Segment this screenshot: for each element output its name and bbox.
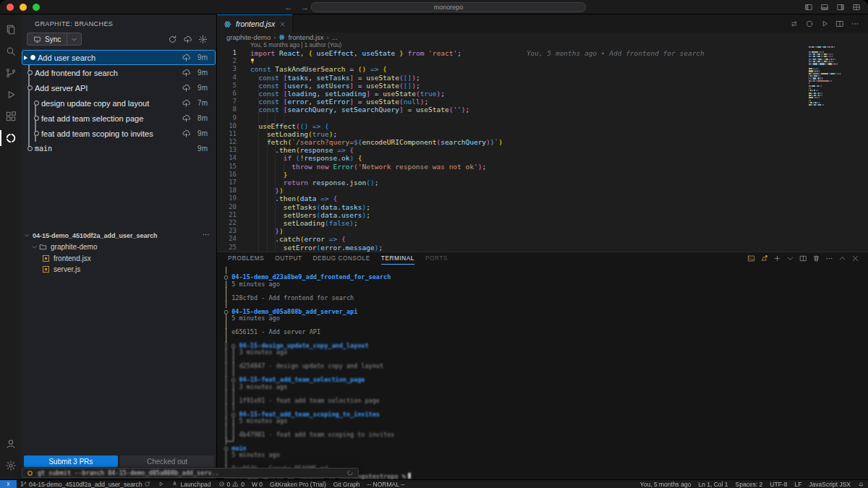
branch-row[interactable]: feat add team selection page8m — [22, 111, 216, 126]
file-tree-item-graphite-demo[interactable]: graphite-demo — [21, 241, 216, 253]
cloud-upload-icon[interactable] — [181, 68, 192, 77]
close-window-button[interactable] — [7, 4, 14, 11]
status-item-launchpad[interactable]: Launchpad — [168, 480, 214, 488]
cloud-upload-icon[interactable] — [181, 129, 192, 138]
close-tab-icon[interactable] — [279, 17, 286, 30]
activity-bar-item-settings[interactable] — [0, 455, 21, 476]
code-line: 4 const [tasks, setTasks] = useState([])… — [217, 74, 868, 82]
branch-row[interactable]: feat add team scoping to invites9m — [22, 126, 216, 141]
activity-bar-item-source-control[interactable] — [0, 62, 21, 84]
activity-bar-item-accounts[interactable] — [0, 433, 21, 455]
layout-panel-left-icon[interactable] — [804, 3, 813, 12]
circle-outline-icon[interactable] — [805, 20, 814, 28]
activity-bar-item-extensions[interactable] — [0, 106, 21, 127]
bell-dot-icon[interactable] — [760, 254, 768, 262]
lightbulb-icon[interactable] — [249, 57, 256, 64]
activity-bar-item-graphite[interactable] — [0, 127, 21, 149]
history-forward-icon[interactable]: → — [301, 3, 309, 12]
refresh-icon[interactable] — [168, 35, 177, 44]
layout-panel-bottom-icon[interactable] — [820, 3, 829, 12]
status-item-encoding[interactable]: UTF-8 — [766, 480, 791, 488]
branch-row[interactable]: design update copy and layout7m — [22, 95, 216, 111]
status-item-git-branch[interactable]: 04-15-demo_4510df2a_add_user_search — [17, 480, 154, 488]
minimap[interactable] — [809, 46, 848, 107]
plus-icon[interactable] — [773, 254, 781, 262]
cloud-upload-icon[interactable] — [181, 83, 192, 93]
command-center-search[interactable]: monorepo — [311, 2, 586, 12]
file-tree-item-frontend-jsx[interactable]: frontend.jsx — [21, 253, 216, 265]
layout-customize-icon[interactable] — [852, 3, 861, 12]
cloud-upload-icon[interactable] — [181, 53, 192, 62]
file-tree-item-server-js[interactable]: server.js — [21, 264, 216, 275]
split-editor-icon[interactable] — [799, 254, 807, 262]
status-item-eol[interactable]: LF — [791, 480, 805, 488]
commit-section: 04-15-demo_4510df2a_add_user_search grap… — [21, 229, 216, 275]
breadcrumb[interactable]: graphite-demo › frontend.jsx › ... — [217, 33, 868, 42]
terminal-icon[interactable] — [747, 254, 755, 262]
code-line: 10 useEffect(() => { — [217, 122, 868, 130]
branch-row[interactable]: Add server API9m — [22, 80, 216, 95]
panel-tab-problems[interactable]: PROBLEMS — [228, 252, 264, 265]
panel-tab-ports[interactable]: PORTS — [425, 252, 448, 265]
play-icon[interactable] — [820, 20, 829, 28]
zoom-window-button[interactable] — [33, 4, 40, 11]
activity-bar-item-explorer[interactable] — [0, 19, 21, 40]
tab-frontend-jsx[interactable]: frontend.jsx — [217, 14, 293, 33]
branch-row[interactable]: Add frontend for search9m — [22, 65, 216, 80]
cloud-upload-icon[interactable] — [183, 35, 192, 44]
gt-submit-toast[interactable]: gt submit --branch 04-15-demo_d05a808b_a… — [22, 468, 359, 478]
sync-split-button[interactable]: Sync — [27, 33, 82, 46]
status-item-remote-indicator[interactable] — [0, 480, 17, 488]
branch-node-icon — [31, 131, 41, 136]
status-item-git-graph[interactable]: Git Graph — [330, 480, 364, 488]
code-line: 5 const [users, setUsers] = useState([])… — [217, 82, 868, 90]
status-item-gitkraken[interactable]: GitKraken Pro (Trial) — [266, 480, 330, 488]
submit-prs-button[interactable]: Submit 3 PRs — [24, 455, 118, 467]
breadcrumb-file[interactable]: frontend.jsx — [288, 33, 323, 41]
activity-bar-item-run-and-debug[interactable] — [0, 84, 21, 106]
minimize-window-button[interactable] — [20, 4, 27, 11]
status-item-blame-item[interactable]: You, 5 months ago — [637, 480, 695, 488]
status-item-language-mode[interactable]: JavaScript JSX — [805, 480, 854, 488]
more-icon[interactable] — [825, 254, 833, 262]
commit-section-header[interactable]: 04-15-demo_4510df2a_add_user_search — [21, 229, 216, 241]
status-item-diagnostics[interactable]: 00 — [215, 480, 248, 488]
history-back-icon[interactable]: ← — [284, 3, 292, 12]
panel-tab-debug-console[interactable]: DEBUG CONSOLE — [313, 252, 370, 265]
close-icon[interactable] — [851, 254, 859, 262]
code-editor[interactable]: You, 5 months ago | 1 author (You) 1impo… — [217, 42, 868, 252]
branch-name: main — [35, 145, 181, 153]
terminal-output[interactable]: │○ 04-15-demo_d23a8be9_add_frontend_for_… — [217, 265, 868, 479]
status-item-notifications[interactable] — [854, 480, 868, 488]
activity-bar-item-search[interactable] — [0, 40, 21, 62]
more-actions-icon[interactable] — [202, 231, 216, 240]
branch-row[interactable]: Add user search9m — [22, 50, 216, 65]
gear-icon[interactable] — [198, 35, 208, 44]
chevron-down-icon[interactable] — [786, 254, 794, 262]
status-item-vim-mode[interactable]: -- NORMAL -- — [364, 480, 409, 488]
branch-row[interactable]: main9m — [22, 141, 216, 156]
trash-icon[interactable] — [812, 254, 820, 262]
codelens-annotation[interactable]: You, 5 months ago | 1 author (You) — [250, 42, 868, 49]
chevron-up-icon[interactable] — [838, 254, 846, 262]
cloud-upload-icon[interactable] — [181, 114, 192, 123]
split-editor-icon[interactable] — [835, 20, 844, 28]
breadcrumb-tail[interactable]: ... — [332, 33, 338, 41]
line-number: 25 — [217, 244, 243, 252]
checked-out-button[interactable]: Checked out — [120, 455, 214, 467]
line-content: setError(error.message); — [243, 244, 383, 252]
panel-tab-output[interactable]: OUTPUT — [275, 252, 302, 265]
status-item-cursor-position[interactable]: Ln 1, Col 1 — [694, 480, 731, 488]
status-item-indentation[interactable]: Spaces: 2 — [732, 480, 767, 488]
sync-dropdown-button[interactable] — [67, 33, 81, 45]
panel-tab-terminal[interactable]: TERMINAL — [381, 252, 414, 265]
toast-text: gt submit --branch 04-15-demo_d05a808b_a… — [38, 469, 219, 476]
breadcrumb-folder[interactable]: graphite-demo — [226, 33, 271, 41]
layout-panel-right-icon[interactable] — [836, 3, 845, 12]
cloud-upload-icon[interactable] — [181, 98, 192, 108]
status-item-run-item[interactable] — [154, 480, 168, 488]
more-icon[interactable] — [851, 20, 859, 28]
open-changes-icon[interactable] — [790, 20, 799, 28]
status-item-watch-item[interactable]: W 0 — [248, 480, 266, 488]
line-number: 13 — [217, 146, 243, 154]
